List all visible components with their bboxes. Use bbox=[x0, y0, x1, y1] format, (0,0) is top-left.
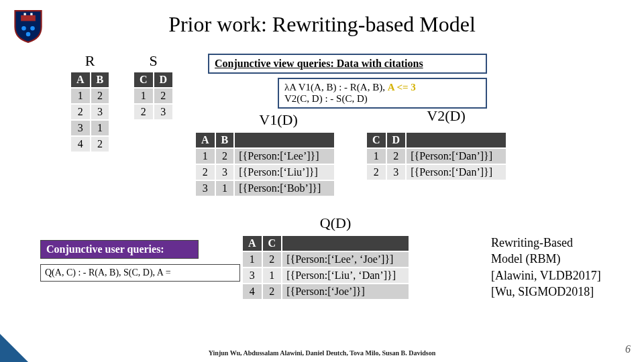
svg-rect-0 bbox=[21, 15, 36, 21]
slide-title: Prior work: Rewriting-based Model bbox=[0, 12, 644, 37]
view-V1-name: V1(D) bbox=[195, 111, 362, 129]
slide-number: 6 bbox=[625, 343, 631, 355]
penn-shield-logo bbox=[13, 9, 43, 43]
references-block: Rewriting-Based Model (RBM) [Alawini, VL… bbox=[491, 235, 601, 300]
user-query-body: Q(A, C) : - R(A, B), S(C, D), A = bbox=[40, 264, 240, 282]
view-definitions-box: λA V1(A, B) : - R(A, B), A <= 3 V2(C, D)… bbox=[278, 78, 487, 109]
view-V2-name: V2(D) bbox=[366, 107, 527, 125]
svg-point-4 bbox=[30, 26, 35, 31]
query-Q-name: Q(D) bbox=[241, 215, 429, 232]
relation-S-name: S bbox=[133, 52, 174, 70]
relation-S-table: CD 12 23 bbox=[133, 71, 174, 121]
svg-rect-1 bbox=[23, 13, 25, 15]
svg-point-3 bbox=[21, 26, 26, 31]
view-V1-table: AB 12[{Person:[‘Lee’]}] 23[{Person:[‘Liu… bbox=[195, 131, 335, 197]
relation-R-table: AB 12 23 31 42 bbox=[70, 71, 110, 153]
query-Q-table: AC 12[{Person:[‘Lee’, ‘Joe’]}] 31[{Perso… bbox=[241, 235, 410, 300]
corner-accent bbox=[0, 334, 28, 362]
relation-R-name: R bbox=[70, 52, 110, 70]
view-V2-table: CD 12[{Person:[‘Dan’]}] 23[{Person:[‘Dan… bbox=[366, 131, 507, 181]
highlight-condition: A <= 3 bbox=[388, 82, 416, 93]
svg-rect-2 bbox=[30, 13, 32, 15]
view-queries-heading: Conjunctive view queries: Data with cita… bbox=[208, 54, 487, 74]
user-queries-heading: Conjunctive user queries: bbox=[40, 240, 199, 259]
svg-point-5 bbox=[26, 32, 31, 37]
author-credits: Yinjun Wu, Abdussalam Alawini, Daniel De… bbox=[209, 349, 436, 357]
